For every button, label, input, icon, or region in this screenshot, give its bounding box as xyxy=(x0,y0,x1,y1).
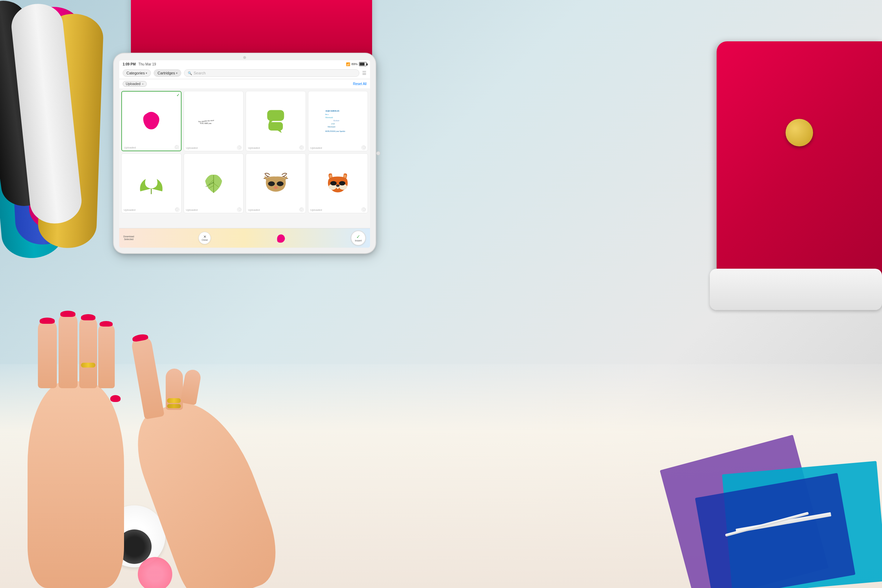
cell-label-6: Uploaded xyxy=(186,208,198,212)
info-button-8[interactable]: ⓘ xyxy=(362,207,366,212)
image-grid-area: ✓ Uploaded ⓘ You sparkle the most YOU AR… xyxy=(119,89,370,228)
reset-all-button[interactable]: Reset All xyxy=(353,82,367,86)
ipad-home-button[interactable] xyxy=(376,151,380,155)
search-icon: 🔍 xyxy=(188,71,192,75)
battery-icon xyxy=(359,62,367,66)
insert-check-icon: ✓ xyxy=(356,234,360,239)
close-label: Close xyxy=(201,239,208,241)
svg-point-25 xyxy=(339,181,345,185)
search-placeholder: Search xyxy=(194,71,206,75)
cell-image-4: AQUAHOLIC be a Mermaid Hydrate your Merm… xyxy=(319,102,357,140)
info-button-2[interactable]: ⓘ xyxy=(237,146,242,150)
grid-cell-2[interactable]: You sparkle the most YOU ARE you Uploade… xyxy=(184,91,244,151)
svg-point-21 xyxy=(274,186,278,189)
grid-cell-8[interactable]: Uploaded ⓘ xyxy=(308,153,368,214)
download-label: Download Selected xyxy=(123,235,134,241)
cell-label-8: Uploaded xyxy=(310,208,322,212)
uploaded-tag[interactable]: Uploaded × xyxy=(123,81,147,87)
cell-label-2: Uploaded xyxy=(186,146,198,150)
ipad-screen: 1:09 PM Thu Mar 19 📶 89% Categories ▾ Ca… xyxy=(119,60,370,248)
filter-tags-bar: Uploaded × Reset All xyxy=(119,79,370,89)
cell-image-2: You sparkle the most YOU ARE you xyxy=(194,102,233,140)
svg-rect-4 xyxy=(268,122,283,131)
svg-point-24 xyxy=(330,181,337,185)
tag-label: Uploaded xyxy=(126,82,141,86)
svg-text:Mermaid: Mermaid xyxy=(325,116,333,118)
grid-cell-6[interactable]: be a mermaid Uploaded ⓘ xyxy=(184,153,244,214)
cell-image-7 xyxy=(256,164,295,202)
cricut-machine-decoration xyxy=(717,41,882,300)
status-date: Thu Mar 19 xyxy=(138,62,156,66)
cell-label-5: Uploaded xyxy=(124,208,135,212)
nav-bar: Categories ▾ Cartridges ▾ 🔍 Search ☰ xyxy=(119,67,370,79)
svg-text:Hydrate: Hydrate xyxy=(333,120,339,122)
cartridges-button[interactable]: Cartridges ▾ xyxy=(154,69,181,77)
cell-image-3 xyxy=(256,102,295,140)
colored-papers xyxy=(537,399,882,588)
svg-text:Mermaid: Mermaid xyxy=(328,126,335,128)
cartridges-arrow: ▾ xyxy=(176,72,177,75)
grid-cell-1[interactable]: ✓ Uploaded ⓘ xyxy=(121,91,182,151)
info-button-1[interactable]: ⓘ xyxy=(175,145,179,150)
download-section: Download Selected xyxy=(123,235,134,241)
bottom-toolbar: Download Selected ✕ Close ✓ Insert xyxy=(119,228,370,248)
hand-right-decoration xyxy=(121,288,379,588)
cell-label-1: Uploaded xyxy=(124,146,136,149)
svg-point-20 xyxy=(277,181,284,186)
insert-button[interactable]: ✓ Insert xyxy=(351,231,366,246)
svg-point-19 xyxy=(268,181,275,186)
cartridges-label: Cartridges xyxy=(158,71,175,75)
filter-icon[interactable]: ☰ xyxy=(362,70,367,76)
cell-image-8 xyxy=(319,164,357,202)
status-time: 1:09 PM xyxy=(123,62,136,66)
svg-point-26 xyxy=(336,184,340,187)
image-grid: ✓ Uploaded ⓘ You sparkle the most YOU AR… xyxy=(121,91,368,213)
vinyl-rolls-decoration xyxy=(0,0,107,282)
categories-button[interactable]: Categories ▾ xyxy=(123,69,151,77)
selected-checkmark: ✓ xyxy=(176,93,180,98)
svg-text:REPLENISH your Sparkle: REPLENISH your Sparkle xyxy=(325,130,345,132)
svg-text:YOU ARE you: YOU ARE you xyxy=(200,122,212,124)
grid-cell-4[interactable]: AQUAHOLIC be a Mermaid Hydrate your Merm… xyxy=(308,91,368,151)
battery-level: 89% xyxy=(351,62,358,66)
grid-cell-3[interactable]: Uploaded ⓘ xyxy=(246,91,306,151)
ipad: 1:09 PM Thu Mar 19 📶 89% Categories ▾ Ca… xyxy=(114,53,375,253)
info-button-4[interactable]: ⓘ xyxy=(362,146,366,150)
cell-image-1 xyxy=(132,102,171,140)
ipad-camera xyxy=(243,56,246,59)
info-button-5[interactable]: ⓘ xyxy=(175,207,180,212)
search-box[interactable]: 🔍 Search xyxy=(184,69,359,77)
close-x-icon: ✕ xyxy=(203,235,206,239)
status-bar: 1:09 PM Thu Mar 19 📶 89% xyxy=(119,60,370,67)
grid-cell-7[interactable]: Uploaded ⓘ xyxy=(246,153,306,214)
info-button-7[interactable]: ⓘ xyxy=(299,207,304,212)
categories-label: Categories xyxy=(126,71,145,75)
info-button-3[interactable]: ⓘ xyxy=(299,146,304,150)
cell-label-3: Uploaded xyxy=(248,146,260,150)
cell-label-7: Uploaded xyxy=(248,208,260,212)
insert-label: Insert xyxy=(355,239,362,242)
status-right: 📶 89% xyxy=(346,62,367,66)
cell-image-6: be a mermaid xyxy=(194,164,233,202)
svg-text:your: your xyxy=(331,123,335,125)
svg-text:You sparkle the most: You sparkle the most xyxy=(198,119,214,123)
grid-cell-5[interactable]: Uploaded ⓘ xyxy=(121,153,182,214)
selected-preview xyxy=(275,233,286,243)
wifi-icon: 📶 xyxy=(346,62,350,66)
preview-pink-shape xyxy=(275,233,286,243)
tag-close-icon[interactable]: × xyxy=(142,82,144,86)
info-button-6[interactable]: ⓘ xyxy=(237,207,242,212)
svg-rect-2 xyxy=(267,110,284,121)
svg-text:be a: be a xyxy=(325,114,328,116)
close-button[interactable]: ✕ Close xyxy=(198,232,211,244)
cell-image-5 xyxy=(132,164,171,202)
svg-text:AQUAHOLIC: AQUAHOLIC xyxy=(325,110,340,112)
cell-label-4: Uploaded xyxy=(310,146,322,150)
categories-arrow: ▾ xyxy=(146,72,147,75)
